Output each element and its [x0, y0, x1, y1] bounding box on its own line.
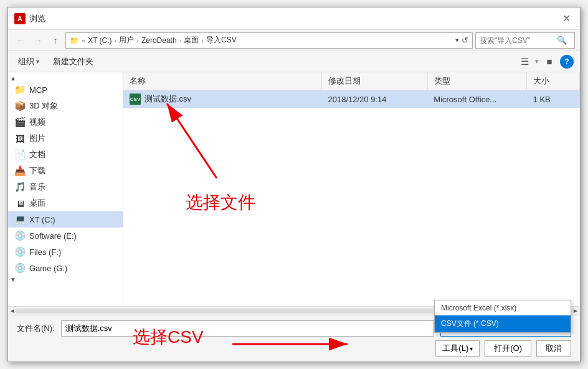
col-modified[interactable]: 修改日期	[321, 72, 427, 90]
sidebar-scroll-down[interactable]: ▼	[8, 276, 18, 283]
docs-icon: 📄	[14, 149, 26, 160]
title-bar: A 浏览 ✕	[8, 7, 580, 30]
downloads-icon: 📥	[14, 165, 26, 176]
cancel-button[interactable]: 取消	[536, 340, 571, 357]
file-table: 名称 修改日期 类型 大小 CSV 测试数据.csv	[123, 72, 580, 108]
dialog-title: 浏览	[29, 13, 45, 24]
breadcrumb-zerodeath: ZeroDeath	[141, 36, 177, 45]
app-icon: A	[14, 13, 26, 24]
open-button[interactable]: 打开(O)	[485, 340, 531, 357]
tools-button-group: 工具(L) ▾	[435, 340, 480, 357]
address-toolbar: ← → ↑ 📁 « XT (C:) › 用户 › ZeroDeath › 桌面 …	[8, 30, 580, 51]
view-list-icon: ☰	[521, 56, 529, 67]
select-file-annotation: 选择文件	[186, 191, 255, 214]
search-box[interactable]: 🔍	[475, 32, 575, 49]
sidebar-label-video: 视频	[29, 117, 45, 128]
filetype-dropdown-menu: Microsoft Excel (*.xlsx) CSV文件 (*.CSV)	[434, 300, 571, 333]
forward-button[interactable]: →	[31, 33, 45, 48]
organize-dropdown-arrow: ▾	[36, 58, 39, 65]
desktop-icon: 🖥	[14, 198, 26, 209]
view-icon-button[interactable]: ■	[541, 54, 557, 70]
sidebar-scroll-up[interactable]: ▲	[8, 75, 18, 82]
new-folder-label: 新建文件夹	[53, 56, 93, 67]
file-area: 名称 修改日期 类型 大小 CSV 测试数据.csv	[123, 72, 580, 306]
files-icon: 💿	[14, 246, 26, 257]
tools-label: 工具(L)	[442, 343, 468, 354]
sidebar-label-docs: 文档	[29, 149, 45, 160]
music-icon: 🎵	[14, 181, 26, 193]
sidebar-item-software[interactable]: 💿 Software (E:)	[8, 228, 123, 244]
organize-button[interactable]: 组织 ▾	[14, 55, 43, 69]
xt-icon: 💻	[14, 214, 26, 225]
address-dropdown-arrow[interactable]: ▾	[455, 36, 459, 44]
sidebar-label-music: 音乐	[29, 181, 45, 193]
sidebar-item-3d[interactable]: 📦 3D 对象	[8, 98, 123, 114]
view-dropdown-arrow[interactable]: ▾	[535, 57, 539, 65]
file-name-cell: CSV 测试数据.csv	[123, 90, 321, 108]
table-row[interactable]: CSV 测试数据.csv 2018/12/20 9:14 Microsoft O…	[123, 90, 580, 108]
breadcrumb-xt: XT (C:)	[88, 36, 111, 45]
csv-file-icon: CSV	[130, 93, 141, 105]
sidebar-label-mcp: MCP	[29, 85, 47, 95]
view-list-button[interactable]: ☰	[516, 54, 533, 70]
filename-label: 文件名(N):	[17, 323, 55, 334]
pictures-icon: 🖼	[14, 133, 26, 144]
sidebar-item-docs[interactable]: 📄 文档	[8, 146, 123, 163]
sidebar-label-files: Files (F:)	[29, 247, 61, 257]
organize-label: 组织	[18, 56, 34, 67]
sidebar-item-game[interactable]: 💿 Game (G:)	[8, 260, 123, 276]
search-input[interactable]	[480, 36, 554, 45]
sidebar-label-desktop: 桌面	[29, 198, 45, 209]
tools-button[interactable]: 工具(L) ▾	[435, 340, 480, 357]
sidebar-item-desktop[interactable]: 🖥 桌面	[8, 195, 123, 211]
breadcrumb-sep-4: ›	[179, 37, 182, 44]
sidebar-label-game: Game (G:)	[29, 264, 67, 273]
sidebar-item-video[interactable]: 🎬 视频	[8, 114, 123, 130]
sidebar-label-3d: 3D 对象	[29, 100, 58, 112]
back-button[interactable]: ←	[13, 33, 28, 48]
breadcrumb-sep-2: ›	[115, 37, 117, 44]
help-button[interactable]: ?	[560, 55, 574, 69]
sidebar-label-software: Software (E:)	[29, 231, 77, 241]
breadcrumb-sep-5: ›	[201, 37, 204, 44]
col-size[interactable]: 大小	[527, 72, 580, 90]
address-refresh-button[interactable]: ↺	[462, 36, 468, 45]
3d-icon: 📦	[14, 100, 26, 112]
actions-bar: 组织 ▾ 新建文件夹 ☰ ▾ ■ ?	[8, 51, 580, 72]
filename-input[interactable]	[61, 320, 434, 337]
video-icon: 🎬	[14, 117, 26, 128]
sidebar-item-xt[interactable]: 💻 XT (C:)	[8, 211, 123, 228]
file-name: 测试数据.csv	[145, 93, 191, 105]
breadcrumb-sep-3: ›	[136, 37, 139, 44]
sidebar-item-mcp[interactable]: 📁 MCP	[8, 82, 123, 98]
game-icon: 💿	[14, 262, 26, 274]
col-type[interactable]: 类型	[427, 72, 526, 90]
file-browser-dialog: A 浏览 ✕ ← → ↑ 📁 « XT (C:) › 用户 › ZeroDeat…	[7, 7, 581, 362]
view-icon-icon: ■	[546, 56, 552, 67]
new-folder-button[interactable]: 新建文件夹	[49, 55, 97, 69]
sidebar-item-downloads[interactable]: 📥 下载	[8, 163, 123, 179]
close-button[interactable]: ✕	[559, 11, 574, 26]
mcp-icon: 📁	[14, 84, 26, 95]
up-button[interactable]: ↑	[48, 33, 63, 48]
software-icon: 💿	[14, 230, 26, 241]
bottom-bar: 文件名(N): CSV文件 (*.CSV) ▾ 选择CSV	[8, 315, 580, 362]
sidebar-item-music[interactable]: 🎵 音乐	[8, 179, 123, 195]
action-row: 选择CSV 工具(L) ▾ 打开(O	[17, 340, 571, 357]
col-name[interactable]: 名称	[123, 72, 321, 90]
address-bar[interactable]: 📁 « XT (C:) › 用户 › ZeroDeath › 桌面 › 导入CS…	[65, 32, 473, 49]
sidebar-item-files[interactable]: 💿 Files (F:)	[8, 244, 123, 260]
sidebar-item-pictures[interactable]: 🖼 图片	[8, 130, 123, 146]
sidebar-label-xt: XT (C:)	[29, 215, 55, 224]
h-scroll-right[interactable]: ►	[572, 307, 579, 314]
sidebar-label-downloads: 下载	[29, 165, 45, 176]
title-left: A 浏览	[14, 13, 45, 24]
dropdown-item-csv[interactable]: CSV文件 (*.CSV)	[435, 315, 571, 332]
breadcrumb-users: 用户	[119, 35, 134, 46]
h-scroll-left[interactable]: ◄	[9, 307, 16, 314]
file-size: 1 KB	[527, 90, 580, 108]
tools-dropdown-arrow: ▾	[470, 345, 473, 352]
file-modified: 2018/12/20 9:14	[321, 90, 427, 108]
svg-line-1	[167, 103, 217, 178]
dropdown-item-excel[interactable]: Microsoft Excel (*.xlsx)	[435, 300, 571, 315]
